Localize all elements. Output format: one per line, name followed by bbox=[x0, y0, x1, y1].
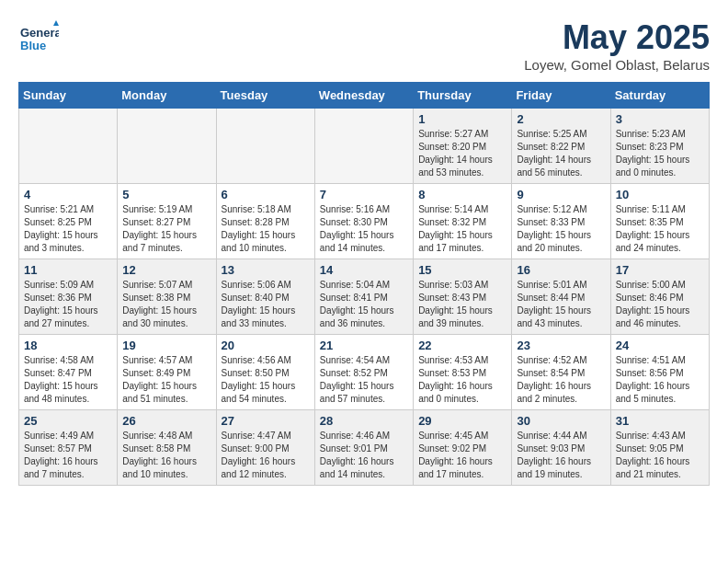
day-number: 18 bbox=[24, 339, 112, 352]
logo: General Blue bbox=[18, 18, 59, 59]
day-cell bbox=[19, 109, 118, 184]
calendar-table: SundayMondayTuesdayWednesdayThursdayFrid… bbox=[18, 82, 710, 486]
day-number: 3 bbox=[616, 112, 704, 126]
day-cell: 3Sunrise: 5:23 AMSunset: 8:23 PMDaylight… bbox=[610, 109, 709, 184]
day-info: Sunrise: 4:58 AMSunset: 8:47 PMDaylight:… bbox=[24, 354, 112, 406]
week-row-2: 4Sunrise: 5:21 AMSunset: 8:25 PMDaylight… bbox=[19, 184, 710, 259]
day-cell: 9Sunrise: 5:12 AMSunset: 8:33 PMDaylight… bbox=[512, 184, 610, 259]
day-number: 22 bbox=[418, 339, 506, 352]
day-info: Sunrise: 5:00 AMSunset: 8:46 PMDaylight:… bbox=[616, 279, 704, 330]
day-cell: 2Sunrise: 5:25 AMSunset: 8:22 PMDaylight… bbox=[512, 109, 610, 184]
day-number: 25 bbox=[24, 414, 112, 428]
day-number: 10 bbox=[616, 188, 704, 201]
day-cell: 1Sunrise: 5:27 AMSunset: 8:20 PMDaylight… bbox=[414, 109, 512, 184]
day-number: 9 bbox=[517, 188, 605, 201]
weekday-header-row: SundayMondayTuesdayWednesdayThursdayFrid… bbox=[19, 83, 710, 109]
weekday-header-saturday: Saturday bbox=[610, 83, 709, 109]
day-info: Sunrise: 4:48 AMSunset: 8:58 PMDaylight:… bbox=[122, 430, 210, 481]
day-info: Sunrise: 5:09 AMSunset: 8:36 PMDaylight:… bbox=[24, 279, 112, 330]
day-cell: 25Sunrise: 4:49 AMSunset: 8:57 PMDayligh… bbox=[19, 410, 118, 486]
day-info: Sunrise: 5:23 AMSunset: 8:23 PMDaylight:… bbox=[616, 128, 704, 179]
day-number: 5 bbox=[122, 188, 210, 201]
weekday-header-monday: Monday bbox=[118, 83, 216, 109]
day-number: 19 bbox=[122, 339, 210, 352]
svg-marker-2 bbox=[53, 20, 59, 26]
day-number: 12 bbox=[122, 263, 210, 277]
day-number: 1 bbox=[418, 112, 506, 126]
day-info: Sunrise: 4:49 AMSunset: 8:57 PMDaylight:… bbox=[24, 430, 112, 481]
day-cell: 31Sunrise: 4:43 AMSunset: 9:05 PMDayligh… bbox=[610, 410, 709, 486]
day-info: Sunrise: 4:43 AMSunset: 9:05 PMDaylight:… bbox=[616, 430, 704, 481]
day-info: Sunrise: 5:01 AMSunset: 8:44 PMDaylight:… bbox=[517, 279, 605, 330]
day-info: Sunrise: 5:27 AMSunset: 8:20 PMDaylight:… bbox=[418, 128, 506, 179]
day-cell: 28Sunrise: 4:46 AMSunset: 9:01 PMDayligh… bbox=[314, 410, 413, 486]
weekday-header-friday: Friday bbox=[512, 83, 610, 109]
day-info: Sunrise: 5:06 AMSunset: 8:40 PMDaylight:… bbox=[222, 279, 310, 330]
day-number: 8 bbox=[418, 188, 506, 201]
logo-icon: General Blue bbox=[18, 18, 59, 59]
day-cell bbox=[118, 109, 216, 184]
weekday-header-wednesday: Wednesday bbox=[314, 83, 413, 109]
day-cell: 11Sunrise: 5:09 AMSunset: 8:36 PMDayligh… bbox=[19, 259, 118, 335]
day-number: 26 bbox=[122, 414, 210, 428]
day-cell: 20Sunrise: 4:56 AMSunset: 8:50 PMDayligh… bbox=[216, 335, 314, 410]
day-info: Sunrise: 4:52 AMSunset: 8:54 PMDaylight:… bbox=[517, 354, 605, 406]
title-block: May 2025 Loyew, Gomel Oblast, Belarus bbox=[524, 18, 710, 73]
day-cell: 24Sunrise: 4:51 AMSunset: 8:56 PMDayligh… bbox=[610, 335, 709, 410]
day-info: Sunrise: 4:53 AMSunset: 8:53 PMDaylight:… bbox=[418, 354, 506, 406]
day-number: 11 bbox=[24, 263, 112, 277]
week-row-5: 25Sunrise: 4:49 AMSunset: 8:57 PMDayligh… bbox=[19, 410, 710, 486]
svg-text:Blue: Blue bbox=[20, 39, 46, 52]
page-header: General Blue May 2025 Loyew, Gomel Oblas… bbox=[18, 18, 710, 73]
day-info: Sunrise: 5:21 AMSunset: 8:25 PMDaylight:… bbox=[24, 203, 112, 255]
month-title: May 2025 bbox=[524, 18, 710, 57]
day-cell: 26Sunrise: 4:48 AMSunset: 8:58 PMDayligh… bbox=[118, 410, 216, 486]
day-number: 2 bbox=[517, 112, 605, 126]
day-cell: 27Sunrise: 4:47 AMSunset: 9:00 PMDayligh… bbox=[216, 410, 314, 486]
day-info: Sunrise: 5:03 AMSunset: 8:43 PMDaylight:… bbox=[418, 279, 506, 330]
week-row-4: 18Sunrise: 4:58 AMSunset: 8:47 PMDayligh… bbox=[19, 335, 710, 410]
day-cell: 21Sunrise: 4:54 AMSunset: 8:52 PMDayligh… bbox=[314, 335, 413, 410]
day-info: Sunrise: 4:51 AMSunset: 8:56 PMDaylight:… bbox=[616, 354, 704, 406]
day-info: Sunrise: 4:54 AMSunset: 8:52 PMDaylight:… bbox=[320, 354, 408, 406]
day-cell: 18Sunrise: 4:58 AMSunset: 8:47 PMDayligh… bbox=[19, 335, 118, 410]
day-info: Sunrise: 5:04 AMSunset: 8:41 PMDaylight:… bbox=[320, 279, 408, 330]
day-info: Sunrise: 5:11 AMSunset: 8:35 PMDaylight:… bbox=[616, 203, 704, 255]
day-info: Sunrise: 5:25 AMSunset: 8:22 PMDaylight:… bbox=[517, 128, 605, 179]
day-cell: 12Sunrise: 5:07 AMSunset: 8:38 PMDayligh… bbox=[118, 259, 216, 335]
day-number: 20 bbox=[222, 339, 310, 352]
day-number: 29 bbox=[418, 414, 506, 428]
day-info: Sunrise: 5:14 AMSunset: 8:32 PMDaylight:… bbox=[418, 203, 506, 255]
weekday-header-tuesday: Tuesday bbox=[216, 83, 314, 109]
week-row-1: 1Sunrise: 5:27 AMSunset: 8:20 PMDaylight… bbox=[19, 109, 710, 184]
day-cell: 15Sunrise: 5:03 AMSunset: 8:43 PMDayligh… bbox=[414, 259, 512, 335]
day-number: 13 bbox=[222, 263, 310, 277]
day-info: Sunrise: 4:47 AMSunset: 9:00 PMDaylight:… bbox=[222, 430, 310, 481]
day-number: 23 bbox=[517, 339, 605, 352]
day-cell: 7Sunrise: 5:16 AMSunset: 8:30 PMDaylight… bbox=[314, 184, 413, 259]
day-cell: 16Sunrise: 5:01 AMSunset: 8:44 PMDayligh… bbox=[512, 259, 610, 335]
day-info: Sunrise: 5:19 AMSunset: 8:27 PMDaylight:… bbox=[122, 203, 210, 255]
day-cell: 13Sunrise: 5:06 AMSunset: 8:40 PMDayligh… bbox=[216, 259, 314, 335]
day-cell: 19Sunrise: 4:57 AMSunset: 8:49 PMDayligh… bbox=[118, 335, 216, 410]
day-cell: 6Sunrise: 5:18 AMSunset: 8:28 PMDaylight… bbox=[216, 184, 314, 259]
week-row-3: 11Sunrise: 5:09 AMSunset: 8:36 PMDayligh… bbox=[19, 259, 710, 335]
day-cell: 14Sunrise: 5:04 AMSunset: 8:41 PMDayligh… bbox=[314, 259, 413, 335]
weekday-header-sunday: Sunday bbox=[19, 83, 118, 109]
day-number: 14 bbox=[320, 263, 408, 277]
day-number: 7 bbox=[320, 188, 408, 201]
day-number: 27 bbox=[222, 414, 310, 428]
day-cell: 4Sunrise: 5:21 AMSunset: 8:25 PMDaylight… bbox=[19, 184, 118, 259]
day-number: 6 bbox=[222, 188, 310, 201]
day-number: 4 bbox=[24, 188, 112, 201]
weekday-header-thursday: Thursday bbox=[414, 83, 512, 109]
day-cell: 23Sunrise: 4:52 AMSunset: 8:54 PMDayligh… bbox=[512, 335, 610, 410]
day-cell: 30Sunrise: 4:44 AMSunset: 9:03 PMDayligh… bbox=[512, 410, 610, 486]
day-number: 28 bbox=[320, 414, 408, 428]
svg-text:General: General bbox=[20, 26, 59, 40]
day-info: Sunrise: 4:44 AMSunset: 9:03 PMDaylight:… bbox=[517, 430, 605, 481]
day-info: Sunrise: 5:18 AMSunset: 8:28 PMDaylight:… bbox=[222, 203, 310, 255]
day-info: Sunrise: 4:46 AMSunset: 9:01 PMDaylight:… bbox=[320, 430, 408, 481]
day-cell: 29Sunrise: 4:45 AMSunset: 9:02 PMDayligh… bbox=[414, 410, 512, 486]
day-info: Sunrise: 5:16 AMSunset: 8:30 PMDaylight:… bbox=[320, 203, 408, 255]
